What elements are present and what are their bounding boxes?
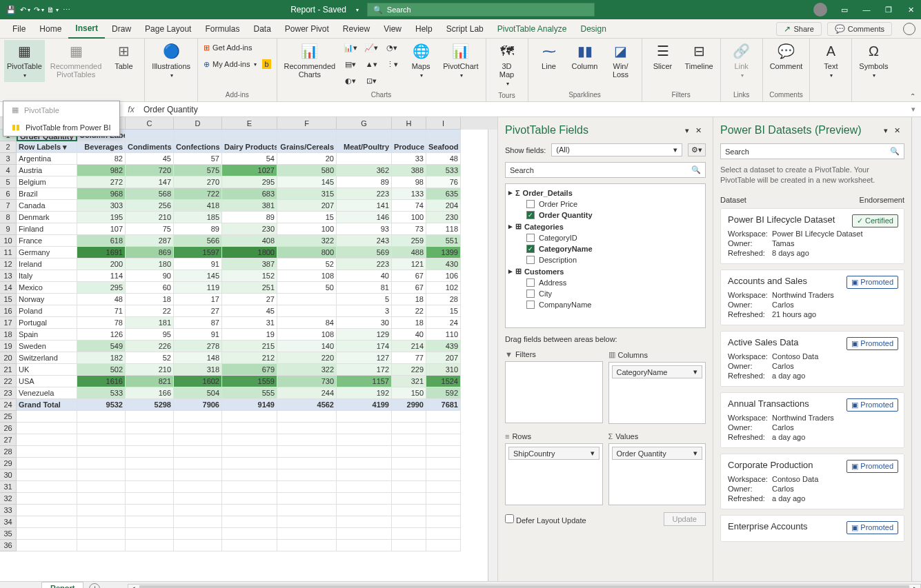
cell[interactable]: [77, 540, 126, 551]
bar-chart-icon[interactable]: ▤▾: [341, 57, 360, 72]
cell[interactable]: Switzerland: [17, 352, 77, 364]
row-header[interactable]: 6: [0, 188, 17, 200]
cell[interactable]: [277, 434, 337, 446]
cell[interactable]: [337, 469, 392, 481]
cell[interactable]: [222, 411, 277, 423]
cell[interactable]: 75: [126, 223, 174, 235]
stock-chart-icon[interactable]: ⊡▾: [362, 73, 381, 88]
cell[interactable]: 1691: [77, 247, 126, 258]
tab-power-pivot[interactable]: Power Pivot: [278, 19, 336, 39]
dataset-card[interactable]: Power BI Lifecycle DatasetWorkspace:Powe…: [720, 208, 904, 264]
row-header[interactable]: 25: [0, 411, 17, 423]
cell[interactable]: [174, 434, 222, 446]
qat-customize-icon[interactable]: ⋯: [61, 4, 72, 15]
cell[interactable]: 295: [222, 176, 277, 188]
cell[interactable]: 118: [426, 223, 461, 235]
cell[interactable]: 91: [174, 258, 222, 270]
cell[interactable]: [392, 446, 426, 458]
cell[interactable]: 73: [392, 223, 426, 235]
cell[interactable]: 533: [77, 387, 126, 399]
cell[interactable]: 362: [337, 165, 392, 176]
cell[interactable]: 52: [277, 258, 337, 270]
cell[interactable]: 192: [337, 387, 392, 399]
cell[interactable]: 566: [174, 235, 222, 247]
cell[interactable]: [174, 528, 222, 540]
dataset-card[interactable]: Corporate ProductionWorkspace:Contoso Da…: [720, 454, 904, 509]
field-group[interactable]: ▸ ⊞ Categories: [508, 221, 702, 232]
cell[interactable]: 152: [222, 270, 277, 282]
cell[interactable]: 90: [126, 270, 174, 282]
cell[interactable]: Confections: [174, 141, 222, 153]
cell[interactable]: 1602: [174, 376, 222, 387]
cell[interactable]: 5: [337, 294, 392, 305]
tab-data[interactable]: Data: [246, 19, 277, 39]
row-header[interactable]: 9: [0, 223, 17, 235]
row-header[interactable]: 20: [0, 352, 17, 364]
update-button[interactable]: Update: [664, 512, 706, 526]
cell[interactable]: [17, 469, 77, 481]
sparkline-line-button[interactable]: ⁓Line: [533, 40, 566, 73]
cell[interactable]: 968: [77, 188, 126, 200]
cell[interactable]: [126, 130, 174, 141]
cell[interactable]: 121: [392, 258, 426, 270]
cell[interactable]: 229: [392, 364, 426, 376]
dataset-card[interactable]: Active Sales DataWorkspace:Contoso DataO…: [720, 331, 904, 387]
cell[interactable]: [77, 423, 126, 434]
cell[interactable]: [426, 493, 461, 505]
cell[interactable]: [277, 305, 337, 317]
field-search[interactable]: Search🔍: [505, 162, 706, 178]
get-addins-button[interactable]: ⊞ Get Add-ins: [202, 40, 253, 55]
cell[interactable]: 212: [222, 352, 277, 364]
cell[interactable]: 18: [392, 294, 426, 305]
cell[interactable]: 147: [126, 176, 174, 188]
table-button[interactable]: ⊞Table: [107, 40, 140, 73]
maps-button[interactable]: 🌐Maps▾: [404, 40, 437, 82]
cell[interactable]: 148: [174, 352, 222, 364]
cell[interactable]: 52: [126, 352, 174, 364]
cell[interactable]: [392, 458, 426, 469]
tab-review[interactable]: Review: [336, 19, 377, 39]
col-header[interactable]: I: [426, 117, 461, 130]
cell[interactable]: 244: [277, 387, 337, 399]
cell[interactable]: Belgium: [17, 176, 77, 188]
cell[interactable]: 27: [174, 305, 222, 317]
cell[interactable]: [392, 540, 426, 551]
cell[interactable]: 45: [126, 153, 174, 165]
cell[interactable]: 78: [77, 317, 126, 329]
tab-draw[interactable]: Draw: [105, 19, 138, 39]
row-header[interactable]: 29: [0, 458, 17, 469]
row-header[interactable]: 27: [0, 434, 17, 446]
cell[interactable]: 4562: [277, 399, 337, 411]
cell[interactable]: 180: [126, 258, 174, 270]
filters-zone[interactable]: [505, 361, 603, 423]
row-header[interactable]: 14: [0, 282, 17, 294]
cell[interactable]: [337, 434, 392, 446]
cell[interactable]: Grand Total: [17, 399, 77, 411]
cell[interactable]: [126, 481, 174, 493]
cell[interactable]: 1399: [426, 247, 461, 258]
cell[interactable]: [17, 516, 77, 528]
cell[interactable]: Row Labels ▾: [17, 141, 77, 153]
cell[interactable]: [426, 528, 461, 540]
field-list[interactable]: ▸ Σ Order_Details Order Price Order Quan…: [505, 183, 706, 328]
menu-pivottable[interactable]: ▦PivotTable: [3, 101, 119, 119]
field-item[interactable]: City: [508, 288, 702, 299]
show-fields-select[interactable]: (All)▾: [551, 143, 682, 156]
cell[interactable]: 3: [337, 305, 392, 317]
cell[interactable]: 145: [277, 176, 337, 188]
cell[interactable]: Canada: [17, 200, 77, 212]
row-header[interactable]: 32: [0, 493, 17, 505]
cell[interactable]: 223: [337, 258, 392, 270]
tab-design[interactable]: Design: [573, 19, 613, 39]
cell[interactable]: [174, 481, 222, 493]
cell[interactable]: 256: [126, 200, 174, 212]
cell[interactable]: 95: [126, 329, 174, 341]
cell[interactable]: 220: [277, 352, 337, 364]
cell[interactable]: 272: [77, 176, 126, 188]
cell[interactable]: [277, 481, 337, 493]
cell[interactable]: 182: [77, 352, 126, 364]
row-header[interactable]: 31: [0, 481, 17, 493]
cell[interactable]: Condiments: [126, 141, 174, 153]
cell[interactable]: [337, 540, 392, 551]
cell[interactable]: 800: [277, 247, 337, 258]
